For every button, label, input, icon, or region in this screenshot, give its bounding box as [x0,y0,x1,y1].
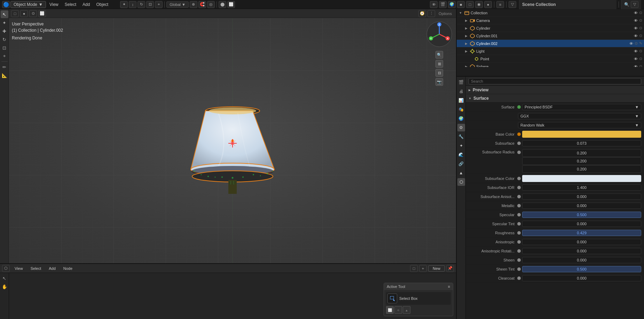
subsurface-aniso-dot[interactable] [517,195,521,198]
coll-restrict-btn[interactable]: ⊙ [639,10,643,15]
prop-output-icon[interactable]: 🖨 [457,88,465,95]
coll-vis-btn[interactable]: 👁 [634,11,638,15]
prop-constraints-icon[interactable]: 🔗 [457,160,465,168]
transform-icon[interactable]: ⌖ [155,1,163,8]
clearcoat-dot[interactable] [517,276,521,280]
anisotropic-dot[interactable] [517,240,521,244]
prop-scene-icon[interactable]: 🎭 [457,106,465,113]
select-mode-box[interactable]: ⬜ [386,306,394,314]
cyl002-restrict-btn[interactable]: ⊙ [634,41,638,46]
random-walk-dropdown[interactable]: Random Walk ▼ [518,122,641,128]
subsurface-r2[interactable]: 0.200 [522,157,641,165]
shader-dropdown[interactable]: Principled BSDF ▼ [522,104,641,110]
move-tool[interactable]: ✚ [1,27,8,35]
cylinder002-row[interactable]: ▶ Cylinder.002 👁 ⊙ ✎ [457,40,644,47]
filter-icon[interactable]: ▽ [509,1,516,8]
active-tool-menu-icon[interactable]: ≡ [448,284,450,289]
shading-1[interactable]: ■ [457,1,465,8]
subsurface-r3[interactable]: 0.200 [522,165,641,173]
prop-search-input[interactable] [469,78,641,84]
point-vis-btn[interactable]: 👁 [634,57,638,61]
prop-physics-icon[interactable]: 🌊 [457,151,465,159]
node-add-menu[interactable]: Add [46,265,58,272]
filter-outliner-icon[interactable]: ▽ [631,1,638,8]
light-vis-btn[interactable]: 👁 [634,49,638,53]
roughness-dot[interactable] [517,231,521,235]
sheen-value[interactable]: 0.000 [522,257,641,263]
node-view-menu[interactable]: View [12,265,26,272]
editor-type-icon[interactable]: □ [11,10,19,17]
viewport-shading-solid[interactable]: ● [20,10,28,17]
pivot-icon[interactable]: ⊕ [190,1,197,8]
cyl002-vis-btn[interactable]: 👁 [629,41,634,46]
specular-value[interactable]: 0.500 [522,212,641,218]
surface-section-header[interactable]: Surface [466,94,644,102]
shading-3[interactable]: ◉ [475,1,483,8]
clearcoat-value[interactable]: 0.000 [522,275,641,281]
world-icon[interactable]: 🌍 [448,1,456,8]
sheen-tint-value[interactable]: 0.500 [522,266,641,272]
cam-vis-btn[interactable]: 👁 [634,18,638,23]
prop-modifier-icon[interactable]: 🔧 [457,133,465,140]
select-tool[interactable]: ↖ [1,10,8,18]
point-row[interactable]: Point 👁 ⊙ [457,55,644,63]
subsurface-dot[interactable] [517,142,521,145]
axis-gizmo[interactable]: Z X Y [425,20,453,48]
metallic-dot[interactable] [517,204,521,207]
subsurface-color-swatch[interactable] [522,175,641,182]
specular-tint-dot[interactable] [517,222,521,226]
specular-tint-value[interactable]: 0.000 [522,221,641,227]
scale-icon[interactable]: ⊡ [146,1,154,8]
node-slot-icon[interactable]: □ [410,265,418,272]
viewport-nav-icon[interactable]: 🧭 [418,10,426,17]
transform-tool[interactable]: ⌖ [1,52,8,60]
scene-icon[interactable]: 🎬 [439,1,447,8]
timeline-icon[interactable]: ≡ [496,1,504,8]
node-select-menu[interactable]: Select [28,265,44,272]
mode-selector[interactable]: Object Mode ▼ [10,1,46,8]
prop-data-icon[interactable]: ▲ [457,169,465,177]
sheen-dot[interactable] [517,258,521,262]
specular-dot[interactable] [517,213,521,217]
measure-tool[interactable]: 📐 [1,71,8,79]
sphere-vis-btn[interactable]: 👁 [634,64,638,67]
menu-select[interactable]: Select [62,1,79,8]
surface-dot[interactable] [517,105,521,109]
camera-row[interactable]: ▶ Camera 👁 ⊙ [457,17,644,24]
prop-view-layer-icon[interactable]: 📊 [457,97,465,104]
scale-tool[interactable]: ⊡ [1,44,8,52]
anisotropic-value[interactable]: 0.000 [522,239,641,245]
menu-view[interactable]: View [47,1,61,8]
sphere-row[interactable]: ▶ Sphere 👁 ⊙ [457,63,644,67]
prop-world-icon[interactable]: 🌍 [457,115,465,122]
node-pin-icon[interactable]: 📌 [446,265,454,272]
rotate-icon[interactable]: ↻ [138,1,145,8]
roughness-value[interactable]: 0.429 [522,230,641,236]
cyl002-extra-btn[interactable]: ✎ [639,41,643,46]
shading-2[interactable]: □ [466,1,474,8]
node-add-btn[interactable]: + [419,265,427,272]
subsurface-color-dot[interactable] [517,177,521,180]
light-row[interactable]: ▶ Light 👁 ⊙ [457,47,644,55]
proportional-icon[interactable]: ◎ [207,1,215,8]
perspective-btn[interactable]: ⊞ [435,60,443,68]
view-ortho-btn[interactable]: ⊟ [435,69,443,77]
ggx-dropdown[interactable]: GGX ▼ [518,113,641,119]
collection-row[interactable]: ▼ Collection 👁 ⊙ [457,9,644,17]
cylinder-row[interactable]: ▶ Cylinder 👁 ⊙ [457,24,644,32]
cam-restrict-btn[interactable]: ⊙ [639,18,643,23]
node-select-tool[interactable]: ↖ [1,274,8,282]
xray-icon[interactable]: ⬜ [227,1,235,8]
menu-add[interactable]: Add [80,1,93,8]
anisotropic-rot-dot[interactable] [517,249,521,253]
node-pan-tool[interactable]: ✋ [1,283,8,290]
base-color-swatch[interactable] [522,131,641,138]
cursor-icon[interactable]: ✦ [120,1,128,8]
subsurface-value[interactable]: 0.073 [522,140,641,146]
camera-view-btn[interactable]: 📷 [435,78,443,86]
cyl001-restrict-btn[interactable]: ⊙ [639,33,643,38]
metallic-value[interactable]: 0.000 [522,203,641,209]
cyl-restrict-btn[interactable]: ⊙ [639,26,643,30]
subsurface-radius-dot[interactable] [517,151,521,154]
zoom-in-btn[interactable]: 🔍 [435,51,443,59]
